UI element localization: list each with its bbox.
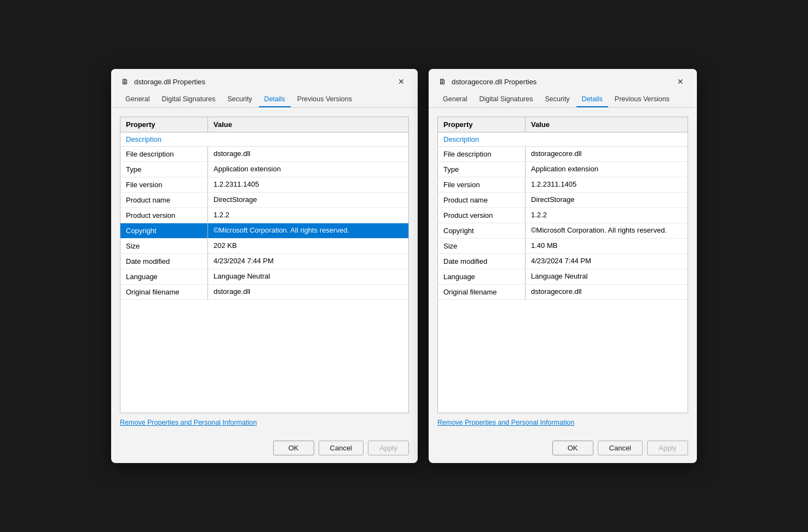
dialog-dstorage: 🗎 dstorage.dll Properties ✕ General Digi… — [111, 69, 418, 463]
properties-table-1: Property Value Description File descript… — [120, 117, 409, 413]
table-row[interactable]: Product version 1.2.2 — [438, 208, 688, 223]
table-row[interactable]: Original filename dstoragecore.dll — [438, 285, 688, 300]
table-row-copyright-1[interactable]: Copyright ©Microsoft Corporation. All ri… — [120, 223, 408, 239]
properties-table-2: Property Value Description File descript… — [437, 117, 688, 413]
header-property-2: Property — [438, 117, 526, 132]
dialog-dstoragecore: 🗎 dstoragecore.dll Properties ✕ General … — [429, 69, 697, 463]
table-body-1: Description File description dstorage.dl… — [120, 132, 408, 300]
table-row[interactable]: Date modified 4/23/2024 7:44 PM — [120, 254, 408, 269]
tab-security-2[interactable]: Security — [539, 92, 575, 107]
dialog-footer-1: OK Cancel Apply — [111, 435, 418, 463]
table-row-copyright-2[interactable]: Copyright ©Microsoft Corporation. All ri… — [438, 223, 688, 239]
close-button-1[interactable]: ✕ — [394, 76, 409, 88]
apply-button-1[interactable]: Apply — [368, 441, 409, 455]
titlebar-1: 🗎 dstorage.dll Properties ✕ — [111, 69, 418, 92]
titlebar-2: 🗎 dstoragecore.dll Properties ✕ — [429, 69, 697, 92]
tabs-2: General Digital Signatures Security Deta… — [429, 92, 697, 108]
table-row[interactable]: File version 1.2.2311.1405 — [120, 177, 408, 193]
apply-button-2[interactable]: Apply — [647, 441, 688, 455]
dialog-title-2: dstoragecore.dll Properties — [452, 78, 668, 86]
tab-previous-versions-2[interactable]: Previous Versions — [609, 92, 675, 107]
table-row[interactable]: File description dstorage.dll — [120, 147, 408, 162]
table-row[interactable]: Product name DirectStorage — [120, 193, 408, 208]
dialog-body-2: Property Value Description File descript… — [429, 108, 697, 435]
table-row[interactable]: Size 1.40 MB — [438, 239, 688, 254]
table-header-2: Property Value — [438, 117, 688, 132]
table-header-1: Property Value — [120, 117, 408, 132]
section-description-1: Description — [120, 132, 408, 147]
file-icon-1: 🗎 — [120, 77, 130, 86]
dialog-body-1: Property Value Description File descript… — [111, 108, 418, 435]
tab-general-2[interactable]: General — [437, 92, 472, 107]
tab-previous-versions-1[interactable]: Previous Versions — [292, 92, 357, 107]
header-value-1: Value — [208, 117, 408, 132]
header-value-2: Value — [526, 117, 688, 132]
table-row[interactable]: Language Language Neutral — [120, 269, 408, 285]
table-row[interactable]: Date modified 4/23/2024 7:44 PM — [438, 254, 688, 269]
remove-properties-link-2[interactable]: Remove Properties and Personal Informati… — [437, 419, 688, 426]
table-row[interactable]: Type Application extension — [120, 162, 408, 177]
table-row[interactable]: Product version 1.2.2 — [120, 208, 408, 223]
section-description-2: Description — [438, 132, 688, 147]
tab-digital-signatures-1[interactable]: Digital Signatures — [156, 92, 221, 107]
header-property-1: Property — [120, 117, 208, 132]
tab-security-1[interactable]: Security — [222, 92, 257, 107]
table-body-2: Description File description dstoragecor… — [438, 132, 688, 300]
dialog-footer-2: OK Cancel Apply — [429, 435, 697, 463]
file-icon-2: 🗎 — [437, 77, 447, 86]
table-row[interactable]: File description dstoragecore.dll — [438, 147, 688, 162]
tab-digital-signatures-2[interactable]: Digital Signatures — [474, 92, 538, 107]
ok-button-1[interactable]: OK — [273, 441, 314, 455]
table-row[interactable]: Type Application extension — [438, 162, 688, 177]
table-row[interactable]: Language Language Neutral — [438, 269, 688, 285]
close-button-2[interactable]: ✕ — [673, 76, 688, 88]
ok-button-2[interactable]: OK — [552, 441, 593, 455]
tabs-1: General Digital Signatures Security Deta… — [111, 92, 418, 108]
table-row[interactable]: File version 1.2.2311.1405 — [438, 177, 688, 193]
cancel-button-1[interactable]: Cancel — [319, 441, 363, 455]
cancel-button-2[interactable]: Cancel — [598, 441, 643, 455]
tab-details-2[interactable]: Details — [576, 92, 608, 107]
table-row[interactable]: Original filename dstorage.dll — [120, 285, 408, 300]
table-row[interactable]: Size 202 KB — [120, 239, 408, 254]
remove-properties-link-1[interactable]: Remove Properties and Personal Informati… — [120, 419, 409, 426]
tab-general-1[interactable]: General — [120, 92, 155, 107]
tab-details-1[interactable]: Details — [259, 92, 291, 107]
dialog-title-1: dstorage.dll Properties — [134, 78, 389, 86]
table-row[interactable]: Product name DirectStorage — [438, 193, 688, 208]
